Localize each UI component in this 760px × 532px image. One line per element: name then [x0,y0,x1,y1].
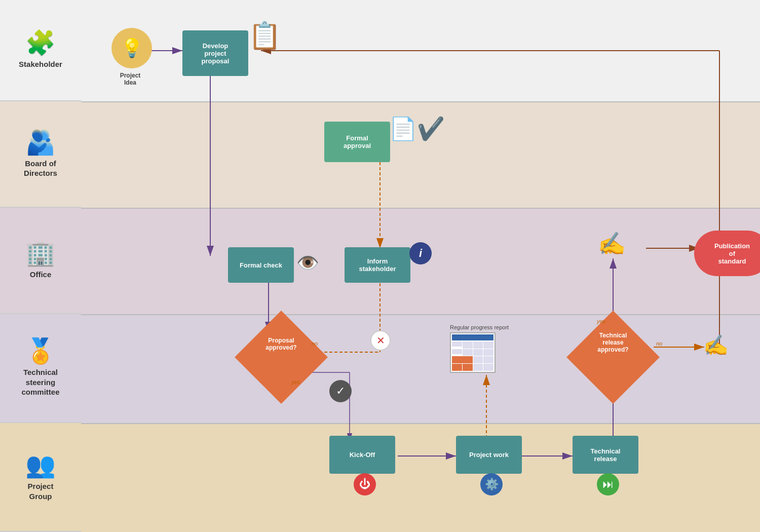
project-idea-label: ProjectIdea [107,72,153,86]
office-label: Office [30,270,52,280]
sidebar: 🧩 Stakeholder 🫂 Board ofDirectors 🏢 Offi… [0,0,81,532]
stakeholder-label: Stakeholder [19,59,62,69]
main-container: 🧩 Stakeholder 🫂 Board ofDirectors 🏢 Offi… [0,0,760,532]
power-icon: ⏻ [354,473,376,496]
formal-check-box: Formal check [228,247,294,283]
pg-label: ProjectGroup [28,481,54,501]
swim-lane-tsc [81,314,760,423]
flow-label-yes: yes [291,379,300,385]
develop-proposal-box: Developprojectproposal [182,30,248,76]
proposal-doc-icon: 📋 [248,20,281,51]
board-icon: 🫂 [25,130,56,155]
lane-label-office: 🏢 Office [0,208,81,314]
lane-label-board: 🫂 Board ofDirectors [0,101,81,208]
lane-label-tsc: 🏅 Technicalsteeringcommittee [0,314,81,423]
spreadsheet-icon [450,332,496,373]
board-label: Board ofDirectors [24,159,57,178]
yes-check-circle: ✓ [329,380,352,402]
proposal-approved-label: Proposalapproved? [250,337,313,351]
flow-label-no2: no [656,340,662,347]
kickoff-box: Kick-Off [329,436,395,474]
gear-icon: ⚙️ [480,473,503,496]
inform-stakeholder-box: Informstakeholder [345,247,410,283]
swim-lane-pg [81,423,760,532]
tsc-icon: 🏅 [25,339,56,363]
project-work-box: Project work [456,436,522,474]
tech-release-approved-label: Technicalreleaseapproved? [582,332,644,353]
office-icon: 🏢 [25,241,56,265]
no-x-circle: ✕ [370,330,391,351]
info-icon: i [409,242,432,264]
flow-label-no: no [312,340,318,347]
divider-3 [81,314,760,315]
pg-icon: 👥 [25,453,56,477]
lane-label-stakeholder: 🧩 Stakeholder [0,0,81,101]
eye-icon: 👁️ [296,252,319,274]
project-idea-node: 💡 [111,28,152,68]
lane-label-pg: 👥 ProjectGroup [0,423,81,532]
approval-doc-icon: 📄✔️ [389,116,445,142]
divider-1 [81,101,760,102]
progress-report-label: Regular progress report [450,324,509,330]
divider-2 [81,208,760,209]
diagram-area: 💡 ProjectIdea Developprojectproposal 📋 F… [81,0,760,532]
divider-4 [81,423,760,424]
tsc-label: Technicalsteeringcommittee [21,367,59,397]
play-icon: ⏭ [597,473,619,496]
progress-report-area: Regular progress report [450,324,509,373]
formal-approval-box: Formalapproval [324,122,390,162]
signing-icon: ✍️ [598,231,626,257]
publication-box: Publicationofstandard [694,231,760,276]
reject-icon: ✍️ [703,333,729,357]
technical-release-box: Technicalrelease [573,436,638,474]
flow-label-yes2: yes [597,318,605,324]
stakeholder-icon: 🧩 [25,31,56,55]
